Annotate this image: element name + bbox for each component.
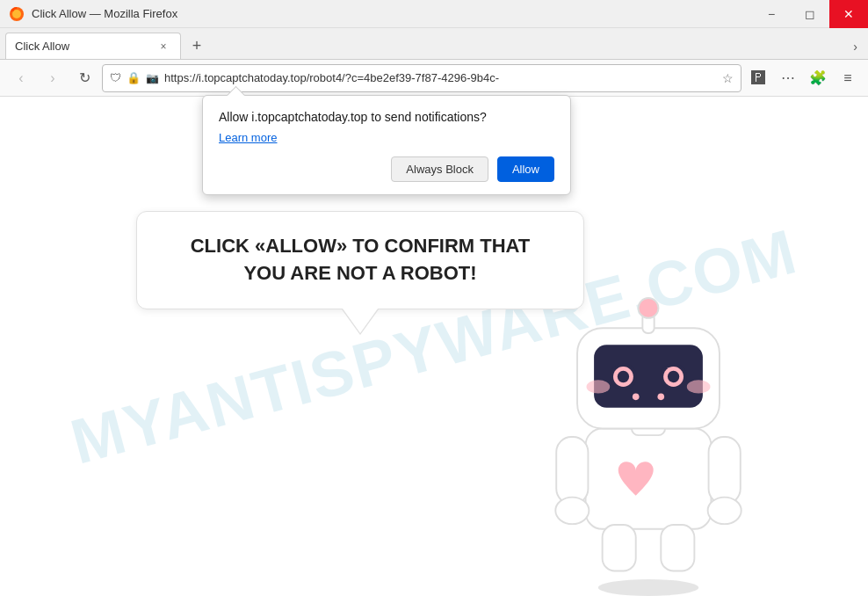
close-button[interactable]: ✕ [829, 0, 868, 28]
camera-icon: 📷 [146, 72, 159, 84]
address-input[interactable] [164, 71, 717, 84]
bubble-text: CLICK «ALLOW» TO CONFIRM THAT YOU ARE NO… [169, 233, 552, 287]
svg-point-22 [657, 394, 664, 401]
svg-point-23 [587, 380, 611, 393]
menu-button[interactable]: ≡ [835, 65, 861, 91]
nav-right: 🅿 ⋯ 🧩 ≡ [745, 65, 861, 91]
address-bar-wrapper: 🛡 🔒 📷 ☆ [102, 64, 741, 92]
more-tabs-button[interactable]: › [848, 36, 863, 57]
svg-rect-6 [709, 437, 741, 504]
bookmark-star-icon[interactable]: ☆ [722, 71, 734, 85]
popup-question: Allow i.topcaptchatoday.top to send noti… [219, 110, 554, 124]
active-tab[interactable]: Click Allow × [5, 33, 181, 59]
svg-point-21 [633, 394, 640, 401]
always-block-button[interactable]: Always Block [391, 156, 488, 182]
svg-point-13 [639, 298, 659, 318]
svg-rect-9 [661, 525, 694, 571]
svg-point-5 [555, 498, 589, 524]
firefox-icon [9, 6, 25, 22]
svg-point-7 [708, 498, 741, 524]
nav-bar: ‹ › ↻ 🛡 🔒 📷 ☆ 🅿 ⋯ 🧩 ≡ [0, 60, 868, 97]
svg-point-24 [687, 380, 711, 393]
title-bar-left: Click Allow — Mozilla Firefox [0, 6, 177, 22]
svg-rect-8 [603, 525, 636, 571]
restore-button[interactable]: ◻ [791, 0, 829, 28]
forward-button[interactable]: › [39, 64, 67, 92]
allow-button[interactable]: Allow [497, 156, 554, 182]
learn-more-link[interactable]: Learn more [219, 131, 277, 144]
minimize-button[interactable]: − [752, 0, 791, 28]
tab-bar-right: › [848, 36, 868, 59]
title-bar-title: Click Allow — Mozilla Firefox [32, 7, 177, 20]
extensions-button[interactable]: 🧩 [805, 65, 831, 91]
svg-point-20 [668, 371, 679, 382]
back-button[interactable]: ‹ [7, 64, 35, 92]
new-tab-button[interactable]: + [184, 33, 209, 58]
tab-bar: Click Allow × + › [0, 28, 868, 60]
svg-point-17 [618, 371, 629, 382]
tab-close-button[interactable]: × [156, 39, 171, 55]
title-bar-controls: − ◻ ✕ [752, 0, 868, 28]
title-bar: Click Allow — Mozilla Firefox − ◻ ✕ [0, 0, 868, 28]
svg-point-2 [598, 579, 698, 596]
tab-title: Click Allow [15, 40, 148, 53]
popup-buttons: Always Block Allow [219, 156, 554, 182]
robot-svg [499, 244, 798, 596]
lock-icon: 🔒 [127, 71, 141, 84]
shield-icon: 🛡 [110, 71, 121, 84]
more-tools-button[interactable]: ⋯ [775, 65, 801, 91]
reload-button[interactable]: ↻ [70, 64, 98, 92]
svg-rect-4 [556, 437, 588, 504]
pocket-button[interactable]: 🅿 [745, 65, 771, 91]
robot-illustration [499, 244, 798, 596]
notification-popup: Allow i.topcaptchatoday.top to send noti… [202, 95, 571, 195]
